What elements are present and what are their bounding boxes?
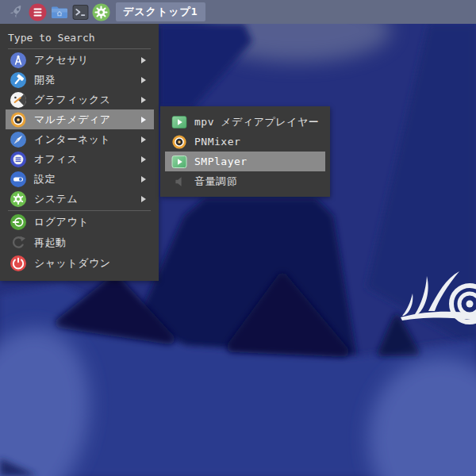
menu-item-internet-label: インターネット (34, 132, 110, 147)
pnmixer-icon (171, 134, 187, 150)
menu-item-graphics[interactable]: グラフィックス (6, 90, 154, 109)
accessories-icon (10, 52, 27, 69)
menu-item-shutdown-label: シャットダウン (34, 256, 111, 271)
menu-separator (8, 210, 151, 211)
menu-search-input[interactable]: Type to Search (0, 29, 159, 47)
menu-item-system[interactable]: システム (6, 189, 154, 209)
menu-item-shutdown[interactable]: シャットダウン (6, 253, 154, 274)
submenu-item-mpv-label: mpv メディアプレイヤー (194, 115, 319, 129)
desktop-pager-label[interactable]: デスクトップ1 (116, 2, 205, 21)
internet-icon (10, 131, 27, 148)
menu-launcher-icon[interactable] (29, 3, 47, 21)
rocket-icon[interactable] (6, 2, 25, 22)
smplayer-icon (171, 154, 187, 170)
submenu-arrow-icon (141, 176, 146, 182)
menu-item-restart[interactable]: 再起動 (6, 232, 154, 253)
submenu-item-volume[interactable]: 音量調節 (165, 171, 325, 191)
menu-item-settings-label: 設定 (34, 172, 56, 186)
settings-icon (10, 171, 27, 188)
multimedia-icon (10, 111, 27, 129)
restart-icon (10, 234, 27, 251)
mpv-icon (171, 114, 187, 130)
menu-item-accessories-label: アクセサリ (34, 53, 89, 67)
menu-item-development[interactable]: 開発 (6, 70, 154, 90)
development-icon (10, 71, 27, 89)
applications-menu: Type to Search アクセサリ開発グラフィックスマルチメディアインター… (0, 24, 159, 281)
logout-icon (10, 213, 27, 231)
menu-item-graphics-label: グラフィックス (34, 93, 111, 107)
submenu-arrow-icon (141, 77, 146, 83)
top-panel: デスクトップ1 (0, 0, 476, 24)
menu-item-settings[interactable]: 設定 (6, 169, 154, 189)
menu-item-internet[interactable]: インターネット (6, 129, 154, 149)
menu-item-system-label: システム (34, 192, 78, 206)
submenu-item-smplayer[interactable]: SMPlayer (165, 152, 325, 171)
submenu-arrow-icon (141, 136, 146, 143)
submenu-item-mpv[interactable]: mpv メディアプレイヤー (165, 112, 325, 132)
menu-item-logout[interactable]: ログアウト (6, 212, 154, 232)
submenu-item-pnmixer[interactable]: PNMixer (165, 132, 325, 152)
submenu-item-pnmixer-label: PNMixer (194, 136, 240, 148)
submenu-arrow-icon (141, 97, 146, 103)
system-icon (10, 190, 27, 208)
terminal-icon[interactable] (72, 4, 89, 21)
submenu-arrow-icon (141, 196, 146, 202)
multimedia-submenu: mpv メディアプレイヤーPNMixerSMPlayer音量調節 (160, 106, 330, 197)
submenu-item-list: mpv メディアプレイヤーPNMixerSMPlayer音量調節 (160, 112, 330, 191)
graphics-icon (10, 91, 27, 109)
shutdown-icon (10, 255, 27, 272)
menu-item-logout-label: ログアウト (34, 215, 89, 229)
menu-item-multimedia-label: マルチメディア (34, 113, 111, 127)
submenu-item-smplayer-label: SMPlayer (194, 155, 248, 167)
submenu-item-volume-label: 音量調節 (194, 175, 237, 189)
menu-item-accessories[interactable]: アクセサリ (6, 50, 154, 70)
menu-separator (8, 48, 151, 49)
submenu-arrow-icon (141, 156, 146, 163)
menu-item-office-label: オフィス (34, 152, 78, 167)
menu-session-list: ログアウト再起動シャットダウン (0, 212, 159, 274)
menu-item-restart-label: 再起動 (34, 236, 67, 250)
settings-launcher-icon[interactable] (92, 3, 110, 21)
submenu-arrow-icon (141, 57, 146, 63)
file-manager-icon[interactable] (50, 3, 69, 21)
menu-item-office[interactable]: オフィス (6, 149, 154, 169)
menu-category-list: アクセサリ開発グラフィックスマルチメディアインターネットオフィス設定システム (0, 50, 159, 209)
menu-item-development-label: 開発 (34, 73, 56, 87)
office-icon (10, 151, 27, 168)
volume-muted-icon (171, 174, 187, 190)
submenu-arrow-icon (141, 117, 146, 123)
menu-item-multimedia[interactable]: マルチメディア (6, 109, 154, 129)
